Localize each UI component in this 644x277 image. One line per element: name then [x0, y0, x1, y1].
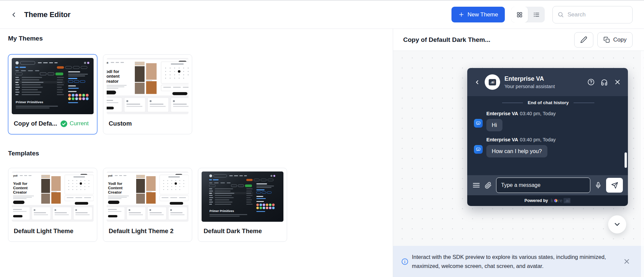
bot-face-icon — [475, 120, 481, 126]
info-icon — [401, 258, 409, 265]
send-button[interactable] — [606, 178, 623, 193]
templates-list: Default Light Theme Default Light Theme … — [8, 168, 385, 242]
my-themes-heading: My Themes — [8, 35, 385, 42]
ai-logo-badge: .ai — [489, 79, 496, 85]
sdk-preview-area: .ai Enterprise VA Your personal assistan… — [393, 51, 644, 277]
check-circle-icon — [60, 120, 67, 127]
new-theme-button[interactable]: New Theme — [451, 7, 505, 22]
banner-close-button[interactable] — [623, 258, 631, 265]
close-icon — [614, 78, 621, 86]
message-sender: Enterprise VA — [486, 111, 518, 116]
message-group: Enterprise VA03:40 pm, Today Hi — [474, 111, 623, 131]
theme-name: Default Light Theme — [14, 227, 73, 235]
theme-card-label-row: Default Dark Theme — [198, 222, 287, 241]
brand-letter-k: k — [551, 198, 553, 203]
close-icon — [623, 258, 631, 265]
back-chevron-icon — [10, 11, 17, 18]
theme-card-copy-of-default[interactable]: Copy of Defa... Current — [8, 54, 97, 134]
brand-letters-re: re — [558, 198, 562, 203]
dark-theme-thumbnail-image — [202, 171, 283, 222]
chat-header-icons — [587, 78, 621, 86]
copy-button-label: Copy — [613, 37, 627, 43]
template-card-default-light-2[interactable]: Default Light Theme 2 — [103, 168, 192, 242]
brand-o-dot — [554, 199, 557, 202]
divider-line — [502, 102, 523, 103]
brand-ai-chip: .ai — [564, 198, 571, 203]
message-meta: Enterprise VA03:40 pm, Today — [486, 111, 623, 116]
copy-icon — [603, 37, 610, 43]
back-button[interactable] — [9, 10, 19, 20]
grid-view-button[interactable] — [511, 7, 528, 22]
chevron-down-icon — [613, 220, 621, 228]
header-right: New Theme — [451, 6, 633, 23]
message-time: 03:40 pm, Today — [520, 137, 556, 142]
bot-message-bubble: How can I help you? — [486, 145, 547, 157]
search-icon — [557, 11, 564, 18]
chat-footer: Powered by k re .ai — [467, 195, 628, 206]
theme-name: Copy of Defa... — [14, 120, 57, 127]
live-agent-button[interactable] — [600, 78, 608, 86]
message-meta: Enterprise VA03:40 pm, Today — [486, 137, 623, 142]
chat-titles: Enterprise VA Your personal assistant — [504, 75, 555, 89]
message-row: How can I help you? — [474, 145, 623, 157]
voice-input-button[interactable] — [595, 182, 602, 189]
chat-back-chevron-icon — [474, 79, 480, 85]
divider-line — [574, 102, 594, 103]
theme-thumbnail-dark — [12, 58, 94, 114]
search-input[interactable] — [568, 11, 628, 18]
page-title: Theme Editor — [24, 10, 70, 19]
new-theme-label: New Theme — [468, 11, 498, 18]
template-card-default-dark[interactable]: Default Dark Theme — [198, 168, 287, 242]
help-button[interactable] — [587, 78, 595, 86]
theme-name: Custom — [109, 120, 132, 127]
history-divider-label: End of chat history — [528, 100, 569, 105]
light-theme-thumbnail-image — [107, 171, 189, 222]
theme-thumbnail-light — [12, 171, 94, 222]
preview-panel: Copy of Default Dark Them... Copy .ai — [393, 29, 644, 277]
bot-avatar — [474, 145, 483, 154]
scrollbar-gutter[interactable] — [641, 51, 644, 277]
chat-back-button[interactable] — [474, 79, 480, 85]
bot-message-bubble: Hi — [486, 119, 502, 131]
banner-text: Interact with the SDK preview to explore… — [412, 253, 620, 270]
help-circle-icon — [587, 78, 595, 86]
my-themes-list: Copy of Defa... Current Custom — [8, 54, 385, 134]
kore-ai-logo: k re .ai — [551, 198, 571, 203]
chat-widget: .ai Enterprise VA Your personal assistan… — [467, 68, 628, 206]
chat-message-input[interactable] — [496, 178, 590, 193]
chat-scrollbar-thumb[interactable] — [625, 152, 627, 168]
list-icon — [533, 11, 540, 18]
bot-face-icon — [475, 146, 481, 152]
history-divider: End of chat history — [474, 100, 623, 105]
plus-icon — [458, 11, 465, 18]
theme-card-custom[interactable]: Custom — [103, 54, 192, 134]
chat-title: Enterprise VA — [504, 75, 555, 82]
send-plane-icon — [611, 182, 618, 189]
chat-close-button[interactable] — [614, 78, 621, 86]
templates-heading: Templates — [8, 150, 385, 157]
copy-theme-button[interactable]: Copy — [597, 32, 633, 48]
current-badge-label: Current — [70, 120, 89, 127]
selected-theme-title: Copy of Default Dark Them... — [403, 36, 490, 44]
grid-icon — [516, 11, 523, 18]
theme-card-label-row: Custom — [103, 114, 192, 134]
dark-theme-thumbnail-image — [12, 58, 94, 114]
pencil-icon — [580, 36, 587, 43]
paperclip-icon — [485, 182, 492, 189]
chat-message-area: End of chat history Enterprise VA03:40 p… — [467, 96, 628, 175]
theme-thumbnail-light — [107, 171, 189, 222]
list-view-button[interactable] — [528, 7, 545, 22]
edit-theme-button[interactable] — [574, 32, 593, 48]
hamburger-menu-icon — [472, 181, 480, 189]
minimize-preview-button[interactable] — [608, 215, 626, 233]
preview-panel-header: Copy of Default Dark Them... Copy — [393, 29, 644, 51]
theme-card-label-row: Default Light Theme 2 — [103, 222, 192, 241]
attach-file-button[interactable] — [485, 182, 492, 189]
template-card-default-light[interactable]: Default Light Theme — [8, 168, 97, 242]
preview-actions: Copy — [574, 32, 633, 48]
theme-name: Default Dark Theme — [204, 227, 262, 235]
message-row: Hi — [474, 119, 623, 131]
assistant-avatar: .ai — [485, 74, 500, 90]
chat-menu-button[interactable] — [472, 181, 480, 189]
light-theme-thumbnail-image — [12, 171, 94, 222]
